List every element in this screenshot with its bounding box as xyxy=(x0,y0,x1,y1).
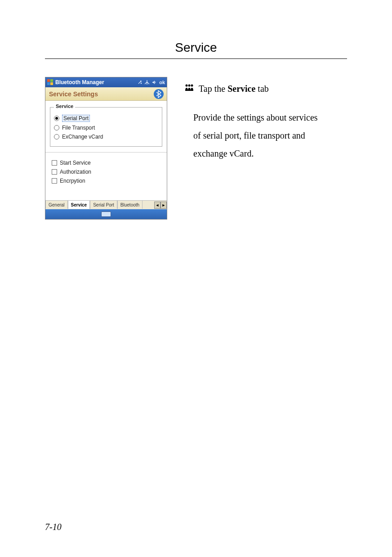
tab-scroll-right[interactable]: ► xyxy=(160,202,167,209)
bluetooth-icon xyxy=(153,89,164,99)
checkbox-icon xyxy=(52,160,57,166)
svg-rect-3 xyxy=(50,82,53,85)
service-panel: Service Serial Port File Transport ExCha… xyxy=(45,101,167,153)
header-band: Service Settings xyxy=(45,87,167,101)
device-screenshot: Bluetooth Manager ok Service Settin xyxy=(45,77,167,220)
fieldset-legend: Service xyxy=(54,103,75,109)
app-name: Bluetooth Manager xyxy=(55,79,104,85)
tap-prefix: Tap the xyxy=(199,84,227,94)
svg-point-9 xyxy=(186,85,188,87)
page-number: 7-10 xyxy=(45,522,62,532)
checkbox-icon xyxy=(52,169,57,175)
divider xyxy=(45,58,347,59)
service-fieldset: Service Serial Port File Transport ExCha… xyxy=(50,107,162,147)
radio-exchange-vcard[interactable]: ExChange vCard xyxy=(54,134,158,140)
speaker-icon[interactable] xyxy=(152,80,156,85)
svg-rect-1 xyxy=(50,79,53,82)
signal-icon[interactable] xyxy=(145,80,149,85)
windows-flag-icon xyxy=(47,79,53,85)
connectivity-icon[interactable] xyxy=(138,80,142,85)
check-label: Authorization xyxy=(60,169,91,175)
radio-file-transport[interactable]: File Transport xyxy=(54,125,158,131)
body-line: of serial port, file transport and xyxy=(193,127,318,144)
svg-line-6 xyxy=(145,83,146,84)
bottom-bar xyxy=(45,209,167,219)
tab-bluetooth[interactable]: Bluetooth xyxy=(117,200,143,209)
tap-suffix: tab xyxy=(255,84,268,94)
svg-line-7 xyxy=(148,83,149,84)
svg-point-10 xyxy=(188,85,191,87)
radio-icon xyxy=(54,134,59,139)
people-icon xyxy=(184,82,194,96)
tab-scroll-left[interactable]: ◄ xyxy=(154,202,160,209)
window-titlebar: Bluetooth Manager ok xyxy=(45,77,167,87)
radio-icon xyxy=(54,125,59,130)
options-panel: Start Service Authorization Encrpytion xyxy=(45,153,167,200)
radio-label: ExChange vCard xyxy=(62,134,103,140)
svg-rect-0 xyxy=(47,79,50,82)
svg-rect-2 xyxy=(47,82,50,85)
tabs-bar: General Service Serial Port Bluetooth ◄ … xyxy=(45,200,167,209)
header-title: Service Settings xyxy=(49,90,98,98)
radio-label: Serial Port xyxy=(62,115,90,122)
body-line: exchange vCard. xyxy=(193,145,318,162)
tab-serial-port[interactable]: Serial Port xyxy=(90,200,117,209)
page-title: Service xyxy=(45,40,347,55)
check-encryption[interactable]: Encrpytion xyxy=(52,178,160,184)
check-authorization[interactable]: Authorization xyxy=(52,169,160,175)
tap-instruction: Tap the Service tab xyxy=(199,81,269,97)
instruction-body: Provide the settings about services of s… xyxy=(184,109,318,162)
svg-point-11 xyxy=(191,85,193,87)
check-start-service[interactable]: Start Service xyxy=(52,160,160,166)
instructions: Tap the Service tab Provide the settings… xyxy=(184,77,318,163)
body-line: Provide the settings about services xyxy=(193,109,318,126)
radio-label: File Transport xyxy=(62,125,95,131)
check-label: Encrpytion xyxy=(60,178,85,184)
tab-service[interactable]: Service xyxy=(68,200,90,209)
check-label: Start Service xyxy=(60,160,91,166)
checkbox-icon xyxy=(52,178,57,184)
tap-bold: Service xyxy=(227,84,255,94)
tab-general[interactable]: General xyxy=(45,200,68,209)
radio-serial-port[interactable]: Serial Port xyxy=(54,115,158,122)
ok-button[interactable]: ok xyxy=(159,80,165,85)
keyboard-icon[interactable] xyxy=(101,211,111,217)
radio-icon xyxy=(54,116,59,121)
